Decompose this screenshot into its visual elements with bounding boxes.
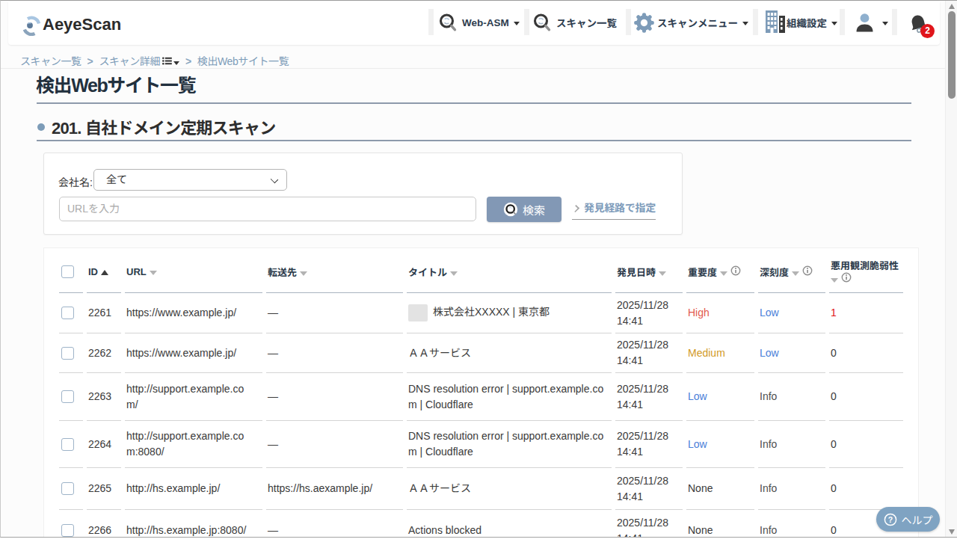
svg-text:?: ? xyxy=(887,514,892,523)
